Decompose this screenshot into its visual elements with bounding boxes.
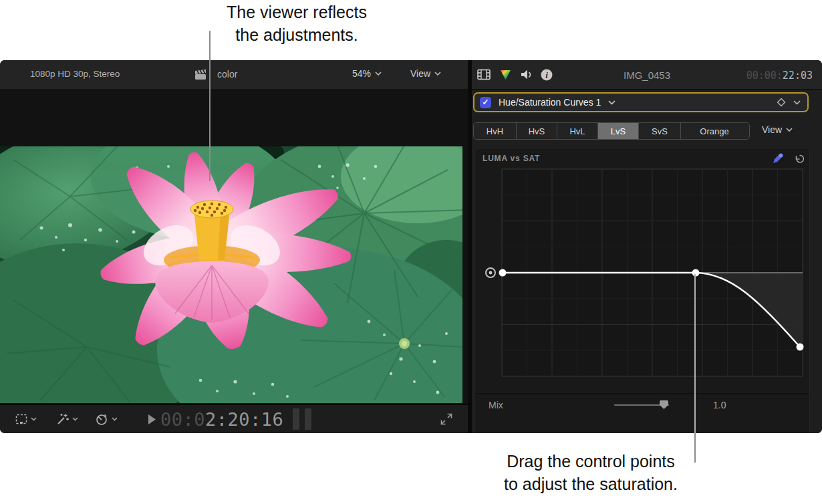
chevron-down-icon	[375, 72, 382, 76]
inspector-timecode: 00:00:22:03	[746, 70, 813, 82]
timecode-main: 22:03	[783, 70, 813, 82]
annotation-top-line2: the adjustments.	[163, 23, 430, 46]
annotation-bottom: Drag the control points to adjust the sa…	[457, 450, 724, 495]
inspector-view-menu[interactable]: View	[762, 124, 793, 135]
chevron-down-icon	[112, 417, 118, 421]
annotation-bottom-line1: Drag the control points	[457, 450, 724, 473]
timecode-dim: 00:00:	[746, 70, 783, 82]
tab-svs[interactable]: SvS	[639, 123, 681, 139]
control-point-start[interactable]	[499, 269, 507, 277]
eyedropper-icon[interactable]	[772, 152, 784, 164]
chevron-down-icon	[31, 417, 37, 421]
inspector-pane: i IMG_0453 00:00:22:03 ✓ Hue/Saturation …	[472, 60, 822, 433]
viewer-video-frame	[0, 146, 462, 403]
timecode-main: 2:20:16	[205, 409, 283, 430]
audio-meter	[293, 408, 299, 430]
mix-label: Mix	[489, 400, 503, 410]
fullscreen-icon[interactable]	[440, 412, 453, 426]
annotation-top-line1: The viewer reflects	[163, 1, 430, 23]
range-selection-icon	[15, 412, 28, 426]
callout-line-top	[209, 31, 211, 181]
annotation-top: The viewer reflects the adjustments.	[163, 1, 430, 46]
chevron-down-icon	[786, 128, 793, 132]
viewer-pane-label: color	[217, 69, 237, 80]
viewer-zoom-value: 54%	[352, 68, 371, 79]
viewer-view-menu[interactable]: View	[410, 68, 441, 79]
chevron-down-icon	[434, 72, 441, 76]
fcp-window: 1080p HD 30p, Stereo color 54% View	[0, 60, 822, 433]
curve-tab-group: HvH HvS HvL LvS SvS Orange	[473, 122, 750, 140]
curve-panel: LUMA vs SAT	[474, 148, 810, 433]
viewer-format-info: 1080p HD 30p, Stereo	[30, 69, 120, 79]
tab-hvl[interactable]: HvL	[557, 123, 598, 139]
play-icon[interactable]	[148, 414, 156, 424]
control-point-mid[interactable]	[692, 269, 700, 277]
viewer-view-label: View	[410, 68, 430, 79]
timecode-dim: 00:0	[160, 409, 205, 430]
callout-line-bottom	[694, 274, 696, 433]
retime-menu[interactable]	[95, 412, 118, 426]
chevron-down-icon[interactable]	[608, 100, 615, 105]
inspector-view-label: View	[762, 124, 782, 135]
tab-hvs[interactable]: HvS	[517, 123, 557, 139]
mix-slider-thumb[interactable]	[660, 400, 668, 409]
curve-title: LUMA vs SAT	[483, 154, 540, 163]
annotation-bottom-line2: to adjust the saturation.	[457, 473, 724, 495]
effect-row[interactable]: ✓ Hue/Saturation Curves 1	[473, 92, 809, 112]
viewer-canvas[interactable]	[0, 89, 468, 404]
retime-gauge-icon	[95, 412, 109, 426]
tab-orange[interactable]: Orange	[681, 123, 748, 139]
page: The viewer reflects the adjustments. 108…	[0, 0, 822, 504]
curve-origin-target-dot	[489, 271, 493, 275]
viewer-toolbar: 00:02:20:16	[0, 404, 468, 433]
keyframe-diamond-icon[interactable]	[777, 98, 786, 107]
mix-row: Mix 1.0	[475, 394, 809, 416]
reset-undo-icon[interactable]	[794, 154, 805, 164]
magic-wand-icon	[56, 412, 70, 426]
inspector-header: i IMG_0453 00:00:22:03	[472, 60, 822, 90]
control-point-end[interactable]	[797, 344, 804, 351]
viewer-timecode[interactable]: 00:02:20:16	[160, 409, 283, 430]
viewer-zoom-menu[interactable]: 54%	[352, 68, 382, 79]
clapperboard-icon	[194, 69, 207, 80]
chevron-down-icon[interactable]	[793, 100, 801, 105]
audio-meter	[305, 408, 311, 430]
effect-enabled-checkbox[interactable]: ✓	[480, 97, 491, 108]
range-selection-menu[interactable]	[15, 412, 37, 426]
tab-lvs[interactable]: LvS	[598, 123, 639, 139]
viewer-header: 1080p HD 30p, Stereo color 54% View	[0, 60, 468, 90]
mix-value[interactable]: 1.0	[713, 400, 726, 410]
effect-name: Hue/Saturation Curves 1	[499, 97, 601, 108]
enhancements-menu[interactable]	[56, 412, 78, 426]
tab-hvh[interactable]: HvH	[474, 123, 517, 139]
curve-editor-canvas[interactable]	[502, 169, 803, 376]
chevron-down-icon	[72, 417, 78, 421]
